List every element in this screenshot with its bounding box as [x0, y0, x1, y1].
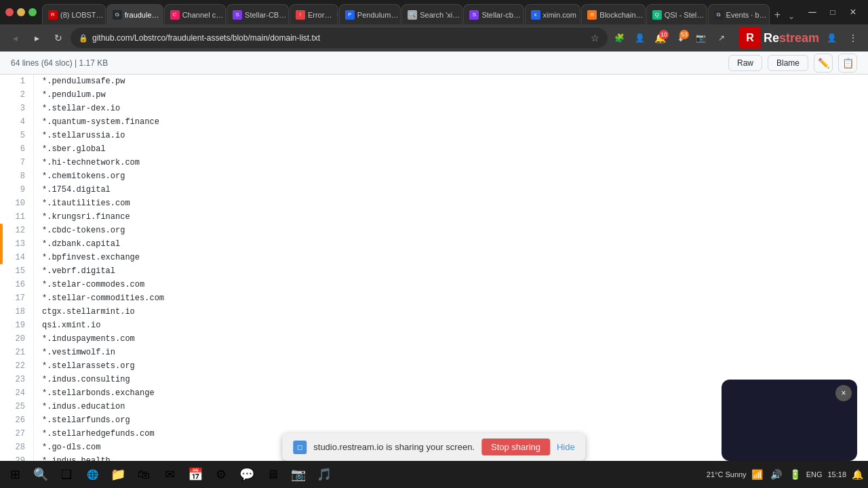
- taskbar-right: 21°C Sunny 📶 🔊 🔋 ENG 15:18 🔔: [707, 466, 865, 483]
- share-button[interactable]: ↗: [712, 28, 731, 47]
- line-number: 8: [0, 169, 34, 183]
- blame-button[interactable]: Blame: [768, 55, 808, 71]
- user-avatar-btn[interactable]: 👤: [822, 28, 841, 47]
- forward-button[interactable]: ▸: [27, 28, 46, 47]
- line-number: 11: [0, 210, 34, 224]
- line-content: *.stellarassets.org: [34, 359, 135, 373]
- tab-label-5: Error…: [308, 11, 332, 19]
- line-content: *.stellarfunds.org: [34, 413, 130, 427]
- hide-button[interactable]: Hide: [557, 442, 575, 452]
- taskbar-file-explorer-icon[interactable]: 📁: [106, 462, 130, 487]
- network-icon[interactable]: 📶: [749, 466, 766, 483]
- tab-8[interactable]: S Stellar-cb… ×: [463, 4, 524, 24]
- start-button[interactable]: ⊞: [3, 462, 27, 487]
- tab-3[interactable]: C Channel c… ×: [164, 4, 226, 24]
- reload-button[interactable]: ↻: [49, 28, 68, 47]
- close-btn[interactable]: ×: [844, 3, 863, 22]
- minimize-window-btn[interactable]: [17, 8, 25, 16]
- line-number: 2: [0, 88, 34, 102]
- line-content: *.induspayments.com: [34, 332, 135, 346]
- taskbar-mail-icon[interactable]: ✉: [157, 462, 182, 487]
- tabs-bar: R (8) LOBST… × G fraudule… × C Channel c…: [42, 0, 797, 24]
- screenshot-button[interactable]: 📷: [692, 28, 711, 47]
- line-content: *.vebrf.digital: [34, 264, 115, 278]
- back-button[interactable]: ◂: [5, 28, 24, 47]
- taskbar-app3-icon[interactable]: 🎵: [312, 462, 336, 487]
- line-number: 17: [0, 291, 34, 305]
- taskbar-app1-icon[interactable]: 🖥: [260, 462, 285, 487]
- table-row: 8*.chemitokens.org: [0, 169, 868, 183]
- tab-4[interactable]: S Stellar-CB… ×: [226, 4, 289, 24]
- line-number: 13: [0, 237, 34, 251]
- line-number: 24: [0, 386, 34, 400]
- tab-favicon-10: B: [587, 10, 597, 20]
- search-taskbar-button[interactable]: 🔍: [28, 462, 53, 487]
- tab-close-5[interactable]: ×: [334, 10, 338, 19]
- battery-icon[interactable]: 🔋: [787, 466, 804, 483]
- tab-1[interactable]: R (8) LOBST… ×: [42, 4, 106, 24]
- table-row: 15*.vebrf.digital: [0, 264, 868, 278]
- notification-badge: 10: [659, 30, 669, 39]
- maximize-window-btn[interactable]: [28, 8, 37, 16]
- taskbar-browser-icon[interactable]: 🌐: [80, 462, 104, 487]
- clock: 15:18: [827, 470, 846, 479]
- tab-2[interactable]: G fraudule… ×: [106, 4, 163, 24]
- new-tab-button[interactable]: +: [770, 5, 785, 24]
- tab-close-9[interactable]: ×: [579, 10, 580, 19]
- table-row: 2*.pendulum.pw: [0, 88, 868, 102]
- profile-button[interactable]: 👤: [631, 28, 650, 47]
- line-content: *.sber.global: [34, 142, 106, 156]
- tab-label-8: Stellar-cb…: [481, 11, 520, 19]
- nav-bar: ◂ ▸ ↻ 🔒 github.com/Lobstrco/fraudulent-a…: [0, 24, 868, 52]
- taskbar-calendar-icon[interactable]: 📅: [183, 462, 208, 487]
- restream-logo: R Restream 👤 ⋮: [739, 27, 863, 49]
- task-view-button[interactable]: ❑: [54, 462, 79, 487]
- edit-icon[interactable]: ✏️: [814, 54, 833, 73]
- tab-9[interactable]: x ximin.com ×: [525, 4, 581, 24]
- share-icon: ◻: [293, 441, 307, 454]
- stop-sharing-button[interactable]: Stop sharing: [481, 439, 550, 455]
- line-content: *.cbdc-tokens.org: [34, 224, 125, 237]
- tab-favicon-1: R: [48, 10, 58, 20]
- line-number: 9: [0, 183, 34, 197]
- line-content: *.indus.education: [34, 400, 125, 413]
- close-window-btn[interactable]: [5, 8, 14, 16]
- tab-11[interactable]: Q QSI - Stel… ×: [646, 4, 707, 24]
- tab-overflow-button[interactable]: ⌄: [785, 8, 797, 24]
- taskbar-settings-icon[interactable]: ⚙: [209, 462, 233, 487]
- taskbar-store-icon[interactable]: 🛍: [132, 462, 156, 487]
- tab-close-2[interactable]: ×: [162, 10, 163, 19]
- line-number: 14: [0, 251, 34, 264]
- github-toolbar: 64 lines (64 sloc) | 1.17 KB Raw Blame ✏…: [0, 52, 868, 75]
- line-number: 5: [0, 129, 34, 142]
- system-icons: 📶 🔊 🔋: [749, 466, 804, 483]
- tab-7[interactable]: 🔍 Search 'xi… ×: [401, 4, 462, 24]
- left-edge-indicator: [0, 224, 3, 264]
- tab-close-8[interactable]: ×: [524, 10, 524, 19]
- address-bar[interactable]: 🔒 github.com/Lobstrco/fraudulent-assets/…: [71, 28, 608, 48]
- tab-12[interactable]: G Events · b… ×: [708, 4, 770, 24]
- chat-close-button[interactable]: ×: [835, 385, 852, 401]
- tab-5[interactable]: ! Error… ×: [290, 4, 338, 24]
- bookmark-icon[interactable]: ☆: [591, 33, 599, 43]
- minimize-btn[interactable]: ─: [803, 3, 822, 22]
- line-number: 21: [0, 346, 34, 359]
- line-number: 16: [0, 278, 34, 291]
- raw-button[interactable]: Raw: [728, 55, 762, 71]
- line-content: *.indus.consulting: [34, 373, 130, 386]
- notification-center-icon[interactable]: 🔔: [849, 466, 865, 483]
- line-number: 15: [0, 264, 34, 278]
- taskbar-discord-icon[interactable]: 💬: [235, 462, 259, 487]
- table-row: 16*.stelar-commodes.com: [0, 278, 868, 291]
- menu-button[interactable]: ⋮: [844, 28, 863, 47]
- tab-favicon-11: Q: [652, 10, 662, 20]
- volume-icon[interactable]: 🔊: [768, 466, 785, 483]
- taskbar-lang: ENG: [806, 470, 823, 479]
- line-number: 1: [0, 75, 34, 88]
- restore-btn[interactable]: □: [823, 3, 842, 22]
- extensions-button[interactable]: 🧩: [610, 28, 629, 47]
- taskbar-app2-icon[interactable]: 📷: [286, 462, 311, 487]
- tab-10[interactable]: B Blockchain… ×: [581, 4, 645, 24]
- tab-6[interactable]: P Pendulum… ×: [339, 4, 401, 24]
- copy-icon[interactable]: 📋: [838, 54, 857, 73]
